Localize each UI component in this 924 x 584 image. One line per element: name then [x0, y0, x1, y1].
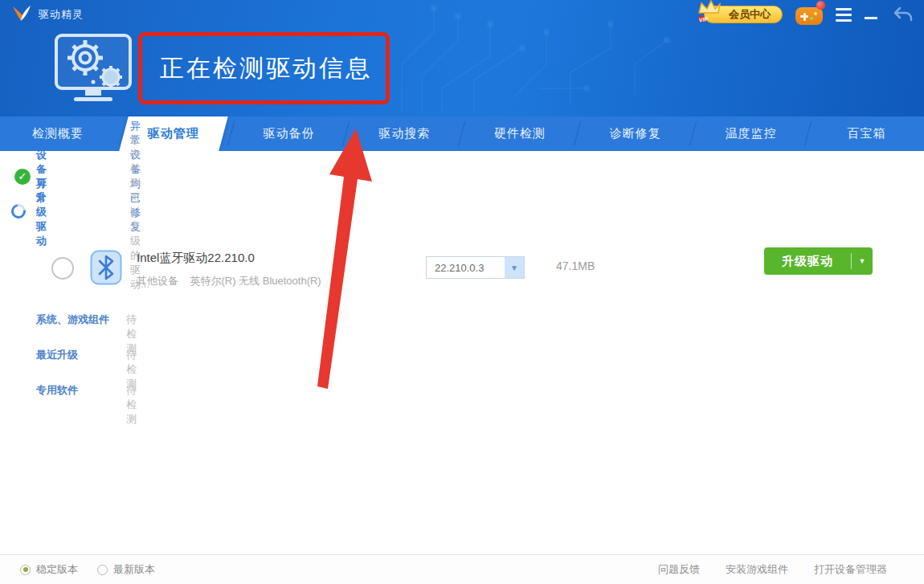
category-status: 待检测 — [126, 383, 137, 427]
vip-crown-icon: VIP — [695, 0, 722, 24]
status-value: 正在检测可以升级的驱动... — [130, 133, 149, 292]
footer-links: 问题反馈 安装游戏组件 打开设备管理器 — [658, 562, 887, 577]
status-label: 可升级驱动 — [36, 176, 47, 248]
app-window: 驱动精灵 VIP 会员中心 — [0, 0, 924, 584]
version-dropdown-caret-icon[interactable]: ▼ — [505, 257, 524, 278]
link-feedback[interactable]: 问题反馈 — [658, 562, 700, 577]
upgrade-button-label: 升级驱动 — [764, 254, 851, 269]
page-title: 正在检测驱动信息 — [142, 52, 372, 85]
vip-member-center-button[interactable]: VIP 会员中心 — [704, 6, 783, 23]
radio-stable-version[interactable]: 稳定版本 — [20, 562, 78, 577]
category-label: 系统、游戏组件 — [36, 312, 109, 327]
gamepad-button-dot — [814, 12, 817, 15]
footer-bar: 稳定版本 最新版本 问题反馈 安装游戏组件 打开设备管理器 — [0, 554, 924, 584]
link-open-device-manager[interactable]: 打开设备管理器 — [814, 562, 887, 577]
tab-toolbox[interactable]: 百宝箱 — [808, 116, 924, 151]
gamepad-dpad-v — [803, 13, 806, 21]
annotation-highlight-box: 正在检测驱动信息 — [138, 32, 390, 104]
radio-label: 稳定版本 — [36, 562, 78, 577]
radio-circle — [20, 565, 31, 575]
driver-detail: 其他设备 英特尔(R) 无线 Bluetooth(R) — [137, 274, 321, 288]
success-check-icon: ✓ — [14, 169, 31, 185]
header-banner: 驱动精灵 VIP 会员中心 — [0, 0, 924, 116]
tab-driver-search[interactable]: 驱动搜索 — [346, 116, 462, 151]
tab-driver-backup[interactable]: 驱动备份 — [231, 116, 347, 151]
tab-temperature-monitor[interactable]: 温度监控 — [693, 116, 809, 151]
version-channel-radios: 稳定版本 最新版本 — [20, 562, 155, 577]
monitor-gears-icon — [50, 29, 137, 108]
category-label: 专用软件 — [36, 383, 78, 398]
tab-diagnose-repair[interactable]: 诊断修复 — [578, 116, 693, 151]
version-value: 22.210.0.3 — [427, 257, 505, 278]
main-content: ✓ 设备异常 异常设备均已修复 可升级驱动 正在检测可以升级的驱动... Int… — [0, 151, 924, 554]
driver-device: 英特尔(R) 无线 Bluetooth(R) — [190, 275, 321, 287]
vip-button-label: 会员中心 — [729, 7, 771, 22]
upgrade-dropdown-caret-icon[interactable]: ▼ — [852, 257, 873, 265]
category-label: 最近升级 — [36, 348, 78, 362]
gamepad-button-dot2 — [810, 17, 813, 20]
app-logo-icon — [11, 5, 32, 24]
minimize-icon[interactable] — [865, 8, 879, 21]
upgrade-driver-button[interactable]: 升级驱动 ▼ — [764, 247, 873, 275]
radio-label: 最新版本 — [113, 562, 155, 577]
driver-size: 47.1MB — [556, 259, 595, 272]
tab-detect-summary[interactable]: 检测概要 — [0, 116, 116, 151]
driver-select-radio[interactable] — [51, 257, 74, 280]
menu-icon[interactable] — [836, 8, 852, 22]
driver-name: Intel蓝牙驱动22.210.0 — [137, 251, 255, 266]
driver-category: 其他设备 — [137, 275, 178, 287]
version-select[interactable]: 22.210.0.3 ▼ — [426, 256, 525, 279]
loading-spinner-icon — [8, 201, 28, 221]
app-name: 驱动精灵 — [39, 7, 84, 22]
svg-text:VIP: VIP — [698, 16, 708, 23]
game-center-icon[interactable] — [795, 4, 823, 25]
radio-latest-version[interactable]: 最新版本 — [97, 562, 155, 577]
link-install-game-components[interactable]: 安装游戏组件 — [726, 562, 788, 577]
radio-circle — [97, 565, 108, 575]
notification-badge — [816, 1, 825, 10]
bluetooth-icon — [90, 250, 122, 285]
titlebar: 驱动精灵 VIP 会员中心 — [0, 0, 924, 29]
undo-back-icon[interactable] — [892, 6, 913, 23]
tab-hardware-detect[interactable]: 硬件检测 — [462, 116, 578, 151]
